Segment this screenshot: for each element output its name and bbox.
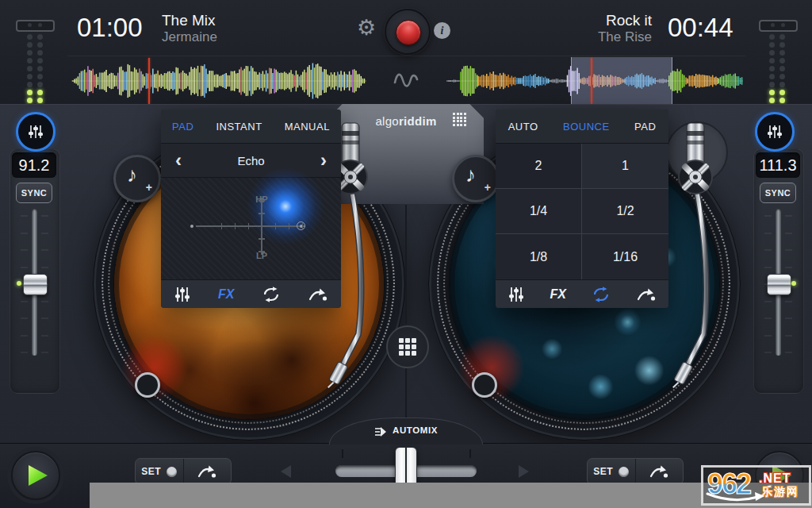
cue-controls-deck1: SET [135,458,232,485]
loop-cell-2[interactable]: 2 [496,144,582,189]
level-meter-left-dots [27,34,43,103]
music-note-icon: ♪ [127,164,137,185]
fx-touch-glow [247,168,324,244]
loop-cell-1-16[interactable]: 1/16 [582,234,668,279]
loop-panel-toolbar: FX [496,279,668,308]
fx-panel-tabs: PAD INSTANT MANUAL [161,110,341,144]
deck1-track-artist: Jermaine [162,29,217,45]
set-cue-button-deck1[interactable]: SET [136,459,184,484]
mixer-sliders-icon[interactable] [508,287,524,302]
fx-panel-deck1: PAD INSTANT MANUAL ‹ Echo › HP LP [161,110,341,308]
set-cue-button-deck2[interactable]: SET [588,459,636,484]
effect-prev-button[interactable]: ‹ [175,151,182,170]
settings-gear-icon[interactable]: ⚙ [357,17,376,39]
set-label: SET [593,466,613,477]
waveform-deck1[interactable] [71,60,366,102]
record-red-dot-icon [396,20,421,45]
level-meter-right-dots [769,34,785,103]
crossfader-tick-left [342,449,343,458]
loop-tool-icon[interactable] [262,287,281,302]
eq-mixer-button-deck2[interactable] [755,112,795,152]
lp-label: LP [251,251,272,260]
jump-arrow-icon [649,464,668,479]
fx-tab-pad[interactable]: PAD [172,121,193,133]
music-note-icon: ♪ [465,164,476,185]
cue-laser-knob-deck1[interactable] [135,372,160,398]
effect-name[interactable]: Echo [237,154,264,167]
info-icon[interactable]: i [434,22,450,39]
crossfader-tick-right [469,449,471,458]
record-button[interactable] [385,9,431,55]
watermark-swoosh-icon [706,491,768,505]
loop-length-grid: 2 1 1/4 1/2 1/8 1/16 [496,144,668,279]
plus-icon: + [146,182,152,193]
effect-next-button[interactable]: › [320,151,327,170]
loop-tab-bounce[interactable]: BOUNCE [563,121,610,133]
play-triangle-icon [29,465,48,486]
tonearm-deck2 [670,123,720,391]
add-music-button-deck1[interactable]: ♪ + [113,155,161,202]
hp-label: HP [251,194,272,204]
automix-icon [374,426,387,437]
xy-axis-left-dot [190,225,193,228]
fx-panel-toolbar: FX [161,279,341,308]
play-button-deck1[interactable] [11,451,60,500]
loop-tab-pad[interactable]: PAD [634,121,656,133]
watermark: 962 .NET 乐游网 [701,465,811,506]
loop-cell-1[interactable]: 1 [582,144,668,189]
deck-area: algoriddim [0,104,812,443]
playhead-deck2 [591,58,592,104]
jump-to-cue-button-deck1[interactable] [184,459,232,484]
fx-tab-instant[interactable]: INSTANT [216,121,262,133]
eq-mixer-button-deck1[interactable] [16,112,56,152]
deck2-elapsed-time: 00:44 [668,13,733,43]
effect-selector: ‹ Echo › [161,144,341,178]
djay-app: 01:00 The Mix Jermaine ⚙ i Rock it The R… [0,0,812,508]
loop-panel-tabs: AUTO BOUNCE PAD [496,110,668,144]
loop-cell-1-2[interactable]: 1/2 [582,189,668,234]
playhead-deck1 [148,58,150,104]
tonearms [0,104,812,443]
beat-jump-icon[interactable] [637,287,656,302]
crossfader-right-arrow[interactable] [519,465,529,478]
loop-panel-deck2: AUTO BOUNCE PAD 2 1 1/4 1/2 1/8 1/16 [496,110,668,308]
loop-cell-1-8[interactable]: 1/8 [496,234,582,279]
loop-tool-icon-active[interactable] [592,287,611,302]
fx-tab-manual[interactable]: MANUAL [285,121,330,133]
deck1-track-title: The Mix [162,12,217,29]
waveform-deck1-svg [71,60,366,102]
plus-icon: + [485,182,491,193]
automix-label: AUTOMIX [393,425,438,435]
deck2-track-info[interactable]: Rock it The Rise [598,12,652,44]
deck1-elapsed-time: 01:00 [77,13,143,43]
beat-jump-icon[interactable] [308,287,327,302]
top-bar: 01:00 The Mix Jermaine ⚙ i Rock it The R… [0,0,812,105]
mixer-sliders-icon [28,125,44,139]
add-music-button-deck2[interactable]: ♪ + [452,155,500,202]
cue-controls-deck2: SET [587,458,684,485]
deck1-track-info[interactable]: The Mix Jermaine [162,12,217,44]
loop-cell-1-4[interactable]: 1/4 [496,189,582,234]
waveform-deck2[interactable] [446,60,743,102]
waveform-zoom-icon[interactable] [393,69,419,91]
loop-region-overlay [571,57,672,105]
jump-to-cue-button-deck2[interactable] [636,459,684,484]
crossfader-left-arrow[interactable] [281,465,291,478]
fx-xy-pad[interactable]: HP LP [161,178,341,279]
loop-tab-auto[interactable]: AUTO [508,121,538,133]
cue-dot-icon [619,467,629,477]
fx-tool-button[interactable]: FX [218,287,234,302]
cue-laser-knob-deck2[interactable] [472,372,497,398]
deck2-track-title: Rock it [598,12,652,29]
watermark-suffix: .NET [759,471,791,486]
mixer-sliders-icon [767,125,783,139]
cue-dot-icon [167,467,177,477]
set-label: SET [141,466,161,477]
fx-tool-button[interactable]: FX [550,287,566,302]
deck2-track-artist: The Rise [598,29,652,45]
mixer-sliders-icon[interactable] [174,287,190,302]
jump-arrow-icon [197,464,216,479]
xy-axis-target-icon [297,221,305,230]
